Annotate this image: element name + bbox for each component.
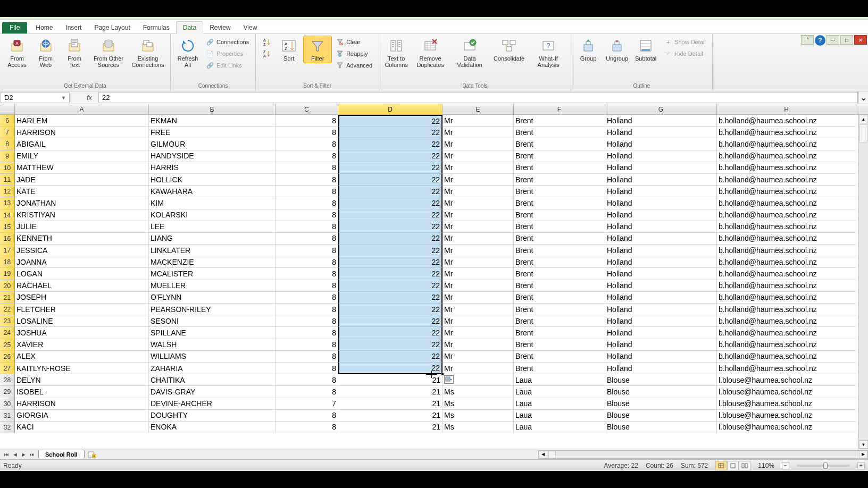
cell[interactable]: Mr — [443, 174, 514, 186]
ribbon-minimize-button[interactable]: ˄ — [801, 35, 814, 45]
cell[interactable]: Mr — [443, 150, 514, 162]
sort-button[interactable]: AZ Sort — [275, 36, 303, 63]
cell[interactable]: Laua — [514, 410, 605, 422]
row-header[interactable]: 26 — [0, 351, 15, 363]
cell[interactable]: b.holland@haumea.school.nz — [717, 339, 856, 351]
cell[interactable]: Mr — [443, 315, 514, 327]
cell[interactable]: DELYN — [15, 374, 149, 386]
cell[interactable]: 22 — [338, 221, 443, 233]
cell[interactable]: Brent — [514, 209, 605, 221]
cell[interactable]: b.holland@haumea.school.nz — [717, 304, 856, 315]
tab-home[interactable]: Home — [29, 22, 59, 33]
cell[interactable]: Mr — [443, 233, 514, 245]
cell[interactable]: Mr — [443, 268, 514, 280]
cell[interactable]: Holland — [605, 197, 717, 209]
cell[interactable]: Blouse — [605, 422, 717, 433]
cell[interactable]: JADE — [15, 174, 149, 186]
tab-view[interactable]: View — [237, 22, 264, 33]
column-header-B[interactable]: B — [149, 104, 276, 114]
from-text-button[interactable]: From Text — [61, 36, 88, 69]
cell[interactable]: Ms — [443, 422, 514, 433]
cell[interactable]: Brent — [514, 221, 605, 233]
cell[interactable]: 8 — [276, 115, 338, 127]
cell[interactable]: Mr — [443, 209, 514, 221]
cell[interactable]: MCALISTER — [149, 268, 276, 280]
cell[interactable]: Mr — [443, 363, 514, 374]
zoom-slider[interactable] — [797, 465, 850, 467]
cell[interactable]: Brent — [514, 280, 605, 292]
from-other-sources-button[interactable]: From Other Sources — [89, 36, 128, 69]
cell[interactable]: ALEX — [15, 351, 149, 363]
cell[interactable]: Holland — [605, 292, 717, 304]
cell[interactable]: b.holland@haumea.school.nz — [717, 162, 856, 174]
cell[interactable]: Holland — [605, 186, 717, 197]
cell[interactable]: 8 — [276, 410, 338, 422]
cell[interactable]: 8 — [276, 292, 338, 304]
sheet-prev-button[interactable]: ◀ — [11, 450, 19, 459]
cell[interactable]: Ms — [443, 410, 514, 422]
cell[interactable]: 8 — [276, 374, 338, 386]
advanced-filter-button[interactable]: Advanced — [335, 61, 373, 70]
cell[interactable]: 8 — [276, 304, 338, 315]
scroll-left-button[interactable]: ◀ — [539, 451, 547, 458]
row-header[interactable]: 17 — [0, 245, 15, 256]
grid-rows[interactable]: 6HARLEMEKMAN822MrBrentHollandb.holland@h… — [0, 115, 868, 449]
row-header[interactable]: 31 — [0, 410, 15, 422]
cell[interactable]: Holland — [605, 221, 717, 233]
cell[interactable]: LOGAN — [15, 268, 149, 280]
row-header[interactable]: 16 — [0, 233, 15, 245]
cell[interactable]: b.holland@haumea.school.nz — [717, 268, 856, 280]
cell[interactable]: HARRISON — [15, 127, 149, 138]
cell[interactable]: Brent — [514, 233, 605, 245]
row-header[interactable]: 10 — [0, 162, 15, 174]
cell[interactable]: Holland — [605, 209, 717, 221]
cell[interactable]: Holland — [605, 256, 717, 268]
column-header-F[interactable]: F — [514, 104, 605, 114]
cell[interactable]: 21 — [338, 398, 443, 410]
view-normal-button[interactable] — [715, 461, 727, 470]
row-header[interactable]: 21 — [0, 292, 15, 304]
cell[interactable]: KAWAHARA — [149, 186, 276, 197]
close-button[interactable]: ✕ — [854, 35, 867, 45]
cell[interactable]: 8 — [276, 221, 338, 233]
cell[interactable]: 22 — [338, 162, 443, 174]
view-page-break-button[interactable] — [739, 461, 750, 470]
row-header[interactable]: 20 — [0, 280, 15, 292]
cell[interactable]: 8 — [276, 256, 338, 268]
autofill-options-button[interactable] — [444, 375, 454, 384]
cell[interactable]: 8 — [276, 186, 338, 197]
cell[interactable]: b.holland@haumea.school.nz — [717, 115, 856, 127]
cell[interactable]: FREE — [149, 127, 276, 138]
cell[interactable]: HARRIS — [149, 162, 276, 174]
remove-duplicates-button[interactable]: Remove Duplicates — [411, 36, 449, 69]
cell[interactable]: DOUGHTY — [149, 410, 276, 422]
cell[interactable]: l.blouse@haumea.school.nz — [717, 410, 856, 422]
row-header[interactable]: 11 — [0, 174, 15, 186]
cell[interactable]: MUELLER — [149, 280, 276, 292]
cell[interactable]: Mr — [443, 197, 514, 209]
insert-function-button[interactable]: fx — [83, 94, 96, 102]
cell[interactable]: b.holland@haumea.school.nz — [717, 138, 856, 150]
cell[interactable]: 21 — [338, 410, 443, 422]
cell[interactable]: Holland — [605, 280, 717, 292]
cell[interactable]: 8 — [276, 386, 338, 398]
cell[interactable]: Mr — [443, 327, 514, 339]
row-header[interactable]: 12 — [0, 186, 15, 197]
edit-links-button[interactable]: 🔗Edit Links — [205, 61, 250, 70]
cell[interactable]: Mr — [443, 292, 514, 304]
cell[interactable]: Holland — [605, 150, 717, 162]
cell[interactable]: Holland — [605, 162, 717, 174]
cell[interactable]: Brent — [514, 304, 605, 315]
tab-review[interactable]: Review — [203, 22, 237, 33]
cell[interactable]: b.holland@haumea.school.nz — [717, 150, 856, 162]
cell[interactable]: DAVIS-GRAY — [149, 386, 276, 398]
cell[interactable]: 22 — [338, 363, 443, 374]
cell[interactable]: 22 — [338, 339, 443, 351]
column-header-E[interactable]: E — [443, 104, 514, 114]
cell[interactable]: HANDYSIDE — [149, 150, 276, 162]
cell[interactable]: ZAHARIA — [149, 363, 276, 374]
vertical-scrollbar[interactable]: ▲ ▼ — [858, 115, 868, 449]
cell[interactable]: Holland — [605, 304, 717, 315]
help-button[interactable]: ? — [815, 35, 825, 46]
scroll-down-button[interactable]: ▼ — [859, 440, 868, 449]
